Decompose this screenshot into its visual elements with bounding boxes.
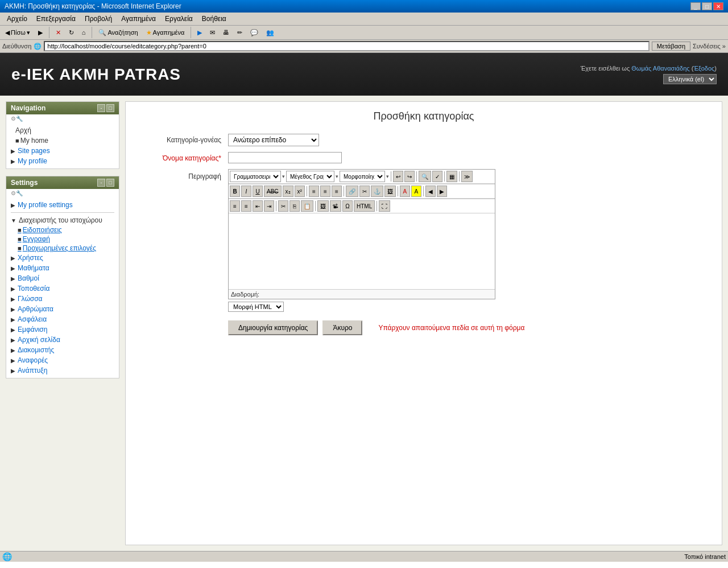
menu-file[interactable]: Αρχείο <box>2 14 32 24</box>
sidebar-nav-server[interactable]: ▶ Διακομιστής <box>6 345 119 355</box>
sidebar-sub-notifications[interactable]: ■ Ειδοποιήσεις <box>6 225 119 234</box>
sidebar-item-myprofile[interactable]: ▶ My profile <box>6 156 119 166</box>
editor-btn-strikethrough[interactable]: ABC <box>264 186 282 197</box>
search-toolbar-button[interactable]: Αναζήτηση <box>96 27 140 38</box>
editor-btn-redo[interactable]: ↪ <box>404 171 415 182</box>
editor-btn-bold[interactable]: B <box>230 186 240 197</box>
editor-btn-undo[interactable]: ↩ <box>393 171 403 182</box>
editor-btn-align-right[interactable]: ≡ <box>332 186 342 197</box>
editor-btn-insert-symbol[interactable]: Ω <box>342 200 353 212</box>
print-button[interactable] <box>220 27 232 38</box>
messenger-button[interactable] <box>263 27 277 38</box>
address-input[interactable] <box>44 41 650 51</box>
editor-btn-ul[interactable]: ≡ <box>230 200 240 212</box>
close-button[interactable]: ✕ <box>713 2 723 10</box>
name-control-wrap <box>228 152 710 163</box>
editor-btn-sup[interactable]: x² <box>295 186 305 197</box>
editor-btn-copy[interactable]: ⎘ <box>289 200 300 212</box>
forward-button[interactable] <box>35 27 46 38</box>
home-button[interactable] <box>79 27 89 38</box>
language-select[interactable]: Ελληνικά (el) <box>663 74 717 84</box>
sidebar-nav-reports[interactable]: ▶ Αναφορές <box>6 355 119 365</box>
editor-btn-anchor[interactable]: ⚓ <box>371 186 383 197</box>
menu-tools[interactable]: Εργαλεία <box>160 14 197 24</box>
format-select[interactable]: Μορφή HTML <box>228 302 284 312</box>
editor-btn-next[interactable]: ▶ <box>437 186 447 197</box>
editor-btn-image[interactable]: 🖼 <box>384 186 396 197</box>
editor-btn-unlink[interactable]: ✂ <box>359 186 370 197</box>
refresh-button[interactable] <box>66 27 77 38</box>
format-toolbar-select[interactable]: Μορφοποίηση <box>340 171 385 182</box>
logout-link[interactable]: Έξοδος <box>693 65 714 72</box>
editor-btn-link[interactable]: 🔗 <box>346 186 358 197</box>
media-button[interactable] <box>195 27 205 38</box>
editor-btn-paste[interactable]: 📋 <box>301 200 313 212</box>
back-button[interactable]: Πίσω ▾ <box>2 27 33 38</box>
description-textarea[interactable] <box>229 213 495 287</box>
editor-btn-find[interactable]: 🔍 <box>419 171 431 182</box>
editor-btn-table[interactable]: ▦ <box>446 171 457 182</box>
editor-btn-underline[interactable]: U <box>253 186 263 197</box>
editor-btn-fontcolor[interactable]: A <box>400 186 410 197</box>
sidebar-item-myhome[interactable]: ■ My home <box>6 135 119 146</box>
editor-btn-align-center[interactable]: ≡ <box>320 186 330 197</box>
settings-block-icon: ⚙🔧 <box>6 189 119 197</box>
sidebar-nav-frontpage[interactable]: ▶ Αρχική σελίδα <box>6 335 119 345</box>
name-input[interactable] <box>228 152 342 163</box>
sidebar-nav-courses[interactable]: ▶ Μαθήματα <box>6 263 119 273</box>
sidebar-sub-registration[interactable]: ■ Εγγραφή <box>6 234 119 244</box>
menu-edit[interactable]: Επεξεργασία <box>32 14 80 24</box>
location-arrow-icon: ▶ <box>11 286 15 292</box>
editor-btn-bgcolor[interactable]: A <box>411 186 421 197</box>
favorites-button[interactable]: Αγαπημένα <box>143 27 188 38</box>
sidebar-item-home[interactable]: Αρχή <box>6 125 119 135</box>
sidebar-nav-users[interactable]: ▶ Χρήστες <box>6 253 119 263</box>
editor-btn-indent-in[interactable]: ⇥ <box>264 200 274 212</box>
editor-btn-align-left[interactable]: ≡ <box>309 186 319 197</box>
discuss-button[interactable] <box>247 27 261 38</box>
font-family-select[interactable]: Γραμματοσειρέ <box>230 171 281 182</box>
navigation-collapse-btn[interactable]: - <box>97 104 105 112</box>
editor-btn-indent-out[interactable]: ⇤ <box>253 200 263 212</box>
go-button[interactable]: Μετάβαση <box>652 42 690 51</box>
user-name-link[interactable]: Θωμάς Αθανασιάδης <box>631 65 689 72</box>
create-category-button[interactable]: Δημιουργία κατηγορίας <box>228 320 318 335</box>
mail-button[interactable] <box>207 27 218 38</box>
sidebar-nav-grades[interactable]: ▶ Βαθμοί <box>6 273 119 283</box>
editor-btn-prev[interactable]: ◀ <box>425 186 436 197</box>
minimize-button[interactable]: _ <box>690 2 701 10</box>
editor-btn-fullscreen[interactable]: ⛶ <box>379 200 390 212</box>
font-size-select[interactable]: Μέγεθος Γραμμ <box>286 171 334 182</box>
sidebar-nav-development[interactable]: ▶ Ανάπτυξη <box>6 365 119 376</box>
editor-btn-insert-image[interactable]: 🖼 <box>317 200 329 212</box>
editor-btn-spell[interactable]: ✓ <box>432 171 442 182</box>
editor-btn-ol[interactable]: ≡ <box>241 200 251 212</box>
links-button[interactable]: Συνδέσεις » <box>693 43 726 50</box>
sidebar-nav-plugins[interactable]: ▶ Αρθρώματα <box>6 304 119 314</box>
settings-collapse-btn[interactable]: - <box>97 179 105 187</box>
menu-favorites[interactable]: Αγαπημένα <box>117 14 160 24</box>
restore-button[interactable]: □ <box>702 2 712 10</box>
editor-btn-italic[interactable]: I <box>241 186 251 197</box>
editor-btn-insert-media[interactable]: 📽 <box>330 200 341 212</box>
sidebar-nav-location[interactable]: ▶ Τοποθεσία <box>6 283 119 294</box>
sidebar-sub-advanced[interactable]: ■ Προχωρημένες επιλογές <box>6 244 119 253</box>
sidebar-nav-appearance[interactable]: ▶ Εμφάνιση <box>6 324 119 335</box>
category-select[interactable]: Ανώτερο επίπεδο <box>228 134 319 146</box>
editor-btn-more[interactable]: ≫ <box>461 171 473 182</box>
menu-help[interactable]: Βοήθεια <box>197 14 231 24</box>
stop-button[interactable] <box>53 27 64 38</box>
sidebar-item-sitepages[interactable]: ▶ Site pages <box>6 146 119 156</box>
sidebar-item-profile-settings[interactable]: ▶ My profile settings <box>6 200 119 210</box>
menu-view[interactable]: Προβολή <box>80 14 117 24</box>
sidebar-nav-language[interactable]: ▶ Γλώσσα <box>6 294 119 304</box>
editor-btn-cut[interactable]: ✂ <box>278 200 288 212</box>
navigation-dock-btn[interactable]: □ <box>106 104 114 112</box>
editor-btn-sub[interactable]: x₂ <box>283 186 293 197</box>
settings-dock-btn[interactable]: □ <box>106 179 114 187</box>
edit-toolbar-button[interactable] <box>234 27 245 38</box>
sidebar-nav-security[interactable]: ▶ Ασφάλεια <box>6 314 119 324</box>
cancel-button[interactable]: Άκυρο <box>322 320 362 335</box>
admin-section-title[interactable]: ▼ Διαχειριστής του ιστοχώρου <box>6 215 119 225</box>
editor-btn-html[interactable]: HTML <box>354 200 375 212</box>
